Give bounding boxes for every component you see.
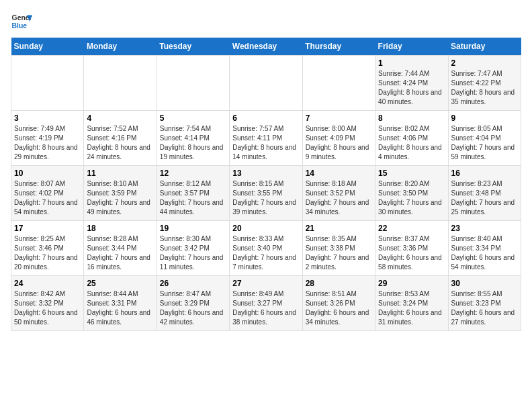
day-info: Sunrise: 8:07 AM Sunset: 4:02 PM Dayligh… — [14, 179, 81, 217]
calendar-cell: 7Sunrise: 8:00 AM Sunset: 4:09 PM Daylig… — [302, 111, 375, 166]
calendar-cell — [84, 56, 157, 111]
calendar-cell: 24Sunrise: 8:42 AM Sunset: 3:32 PM Dayli… — [11, 276, 84, 331]
day-number: 25 — [87, 279, 153, 288]
day-number: 29 — [378, 279, 445, 288]
day-info: Sunrise: 8:20 AM Sunset: 3:50 PM Dayligh… — [378, 179, 445, 217]
weekday-header-friday: Friday — [375, 38, 448, 56]
day-number: 19 — [160, 224, 226, 233]
weekday-header-saturday: Saturday — [448, 38, 521, 56]
day-info: Sunrise: 8:18 AM Sunset: 3:52 PM Dayligh… — [306, 179, 372, 217]
day-info: Sunrise: 8:53 AM Sunset: 3:24 PM Dayligh… — [378, 289, 445, 327]
weekday-header-monday: Monday — [84, 38, 157, 56]
calendar-week-row: 3Sunrise: 7:49 AM Sunset: 4:19 PM Daylig… — [11, 111, 521, 166]
day-number: 9 — [451, 113, 518, 123]
day-info: Sunrise: 8:30 AM Sunset: 3:42 PM Dayligh… — [160, 234, 226, 272]
day-number: 4 — [87, 113, 153, 123]
day-info: Sunrise: 8:28 AM Sunset: 3:44 PM Dayligh… — [87, 234, 153, 272]
calendar-week-row: 1Sunrise: 7:44 AM Sunset: 4:24 PM Daylig… — [11, 56, 521, 111]
logo: General Blue — [11, 11, 32, 32]
calendar-cell: 3Sunrise: 7:49 AM Sunset: 4:19 PM Daylig… — [11, 111, 84, 166]
calendar-table: SundayMondayTuesdayWednesdayThursdayFrid… — [11, 38, 521, 331]
day-number: 15 — [378, 169, 445, 178]
day-number: 18 — [87, 224, 153, 233]
logo-icon: General Blue — [11, 11, 32, 32]
calendar-cell: 5Sunrise: 7:54 AM Sunset: 4:14 PM Daylig… — [157, 111, 229, 166]
header: General Blue — [11, 11, 521, 32]
day-number: 13 — [232, 169, 299, 178]
day-number: 14 — [306, 169, 372, 178]
calendar-cell: 12Sunrise: 8:12 AM Sunset: 3:57 PM Dayli… — [157, 166, 229, 221]
day-info: Sunrise: 8:35 AM Sunset: 3:38 PM Dayligh… — [306, 234, 372, 272]
calendar-cell: 10Sunrise: 8:07 AM Sunset: 4:02 PM Dayli… — [11, 166, 84, 221]
day-info: Sunrise: 8:40 AM Sunset: 3:34 PM Dayligh… — [451, 234, 518, 272]
day-info: Sunrise: 8:15 AM Sunset: 3:55 PM Dayligh… — [232, 179, 299, 217]
day-info: Sunrise: 8:33 AM Sunset: 3:40 PM Dayligh… — [232, 234, 299, 272]
calendar-cell: 18Sunrise: 8:28 AM Sunset: 3:44 PM Dayli… — [84, 221, 157, 276]
day-info: Sunrise: 8:23 AM Sunset: 3:48 PM Dayligh… — [451, 179, 518, 217]
day-number: 8 — [378, 113, 445, 123]
calendar-cell: 21Sunrise: 8:35 AM Sunset: 3:38 PM Dayli… — [302, 221, 375, 276]
calendar-week-row: 10Sunrise: 8:07 AM Sunset: 4:02 PM Dayli… — [11, 166, 521, 221]
day-number: 21 — [306, 224, 372, 233]
calendar-cell: 1Sunrise: 7:44 AM Sunset: 4:24 PM Daylig… — [375, 56, 448, 111]
calendar-cell — [11, 56, 84, 111]
calendar-cell: 19Sunrise: 8:30 AM Sunset: 3:42 PM Dayli… — [157, 221, 229, 276]
day-info: Sunrise: 7:52 AM Sunset: 4:16 PM Dayligh… — [87, 124, 153, 162]
day-info: Sunrise: 8:05 AM Sunset: 4:04 PM Dayligh… — [451, 124, 518, 162]
weekday-header-sunday: Sunday — [11, 38, 84, 56]
day-info: Sunrise: 8:00 AM Sunset: 4:09 PM Dayligh… — [306, 124, 372, 162]
calendar-cell: 20Sunrise: 8:33 AM Sunset: 3:40 PM Dayli… — [230, 221, 302, 276]
svg-text:Blue: Blue — [12, 22, 28, 30]
day-number: 23 — [451, 224, 518, 233]
calendar-week-row: 24Sunrise: 8:42 AM Sunset: 3:32 PM Dayli… — [11, 276, 521, 331]
day-info: Sunrise: 8:37 AM Sunset: 3:36 PM Dayligh… — [378, 234, 445, 272]
weekday-header-row: SundayMondayTuesdayWednesdayThursdayFrid… — [11, 38, 521, 56]
day-info: Sunrise: 7:49 AM Sunset: 4:19 PM Dayligh… — [14, 124, 81, 162]
calendar-cell: 15Sunrise: 8:20 AM Sunset: 3:50 PM Dayli… — [375, 166, 448, 221]
calendar-cell: 30Sunrise: 8:55 AM Sunset: 3:23 PM Dayli… — [448, 276, 521, 331]
day-info: Sunrise: 8:55 AM Sunset: 3:23 PM Dayligh… — [451, 289, 518, 327]
calendar-cell: 13Sunrise: 8:15 AM Sunset: 3:55 PM Dayli… — [230, 166, 302, 221]
day-info: Sunrise: 7:57 AM Sunset: 4:11 PM Dayligh… — [232, 124, 299, 162]
day-info: Sunrise: 8:49 AM Sunset: 3:27 PM Dayligh… — [232, 289, 299, 327]
calendar-week-row: 17Sunrise: 8:25 AM Sunset: 3:46 PM Dayli… — [11, 221, 521, 276]
day-info: Sunrise: 8:51 AM Sunset: 3:26 PM Dayligh… — [306, 289, 372, 327]
calendar-cell: 6Sunrise: 7:57 AM Sunset: 4:11 PM Daylig… — [230, 111, 302, 166]
calendar-cell: 2Sunrise: 7:47 AM Sunset: 4:22 PM Daylig… — [448, 56, 521, 111]
calendar-cell: 4Sunrise: 7:52 AM Sunset: 4:16 PM Daylig… — [84, 111, 157, 166]
weekday-header-thursday: Thursday — [302, 38, 375, 56]
day-number: 6 — [232, 113, 299, 123]
day-info: Sunrise: 8:10 AM Sunset: 3:59 PM Dayligh… — [87, 179, 153, 217]
day-info: Sunrise: 8:44 AM Sunset: 3:31 PM Dayligh… — [87, 289, 153, 327]
calendar-cell: 28Sunrise: 8:51 AM Sunset: 3:26 PM Dayli… — [302, 276, 375, 331]
day-number: 5 — [160, 113, 226, 123]
day-info: Sunrise: 8:12 AM Sunset: 3:57 PM Dayligh… — [160, 179, 226, 217]
day-number: 12 — [160, 169, 226, 178]
day-info: Sunrise: 8:25 AM Sunset: 3:46 PM Dayligh… — [14, 234, 81, 272]
weekday-header-tuesday: Tuesday — [157, 38, 229, 56]
day-number: 7 — [306, 113, 372, 123]
day-number: 16 — [451, 169, 518, 178]
day-number: 1 — [378, 58, 445, 68]
calendar-cell: 27Sunrise: 8:49 AM Sunset: 3:27 PM Dayli… — [230, 276, 302, 331]
day-number: 17 — [14, 224, 81, 233]
day-number: 22 — [378, 224, 445, 233]
calendar-cell: 26Sunrise: 8:47 AM Sunset: 3:29 PM Dayli… — [157, 276, 229, 331]
day-info: Sunrise: 8:02 AM Sunset: 4:06 PM Dayligh… — [378, 124, 445, 162]
calendar-cell — [302, 56, 375, 111]
calendar-cell: 29Sunrise: 8:53 AM Sunset: 3:24 PM Dayli… — [375, 276, 448, 331]
day-number: 2 — [451, 58, 518, 68]
day-info: Sunrise: 8:47 AM Sunset: 3:29 PM Dayligh… — [160, 289, 226, 327]
calendar-cell: 23Sunrise: 8:40 AM Sunset: 3:34 PM Dayli… — [448, 221, 521, 276]
day-info: Sunrise: 8:42 AM Sunset: 3:32 PM Dayligh… — [14, 289, 81, 327]
calendar-cell: 22Sunrise: 8:37 AM Sunset: 3:36 PM Dayli… — [375, 221, 448, 276]
day-number: 30 — [451, 279, 518, 288]
calendar-cell: 9Sunrise: 8:05 AM Sunset: 4:04 PM Daylig… — [448, 111, 521, 166]
day-number: 24 — [14, 279, 81, 288]
calendar-cell: 16Sunrise: 8:23 AM Sunset: 3:48 PM Dayli… — [448, 166, 521, 221]
day-number: 3 — [14, 113, 81, 123]
day-number: 10 — [14, 169, 81, 178]
calendar-cell: 11Sunrise: 8:10 AM Sunset: 3:59 PM Dayli… — [84, 166, 157, 221]
day-number: 26 — [160, 279, 226, 288]
weekday-header-wednesday: Wednesday — [230, 38, 302, 56]
